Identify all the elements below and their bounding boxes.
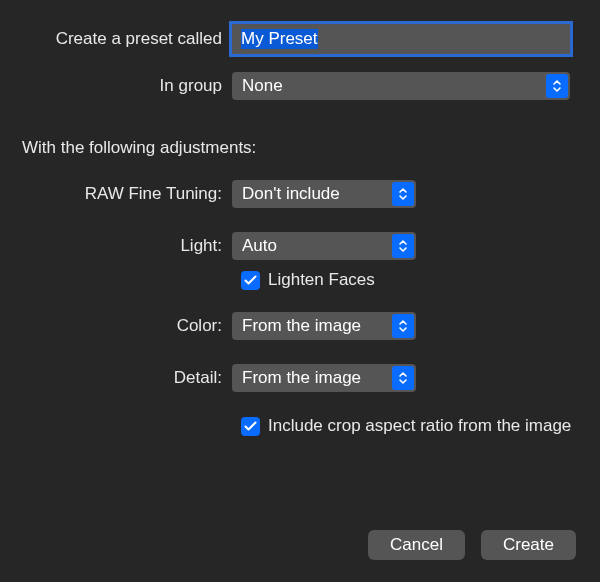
raw-fine-tuning-select[interactable]: Don't include [232, 180, 416, 208]
chevron-up-down-icon [546, 74, 568, 98]
lighten-faces-label: Lighten Faces [268, 270, 375, 290]
chevron-up-down-icon [392, 366, 414, 390]
create-button[interactable]: Create [481, 530, 576, 560]
light-label: Light: [22, 236, 232, 256]
color-value: From the image [242, 316, 361, 336]
preset-name-label: Create a preset called [22, 29, 232, 49]
adjustments-heading: With the following adjustments: [22, 138, 578, 158]
detail-select[interactable]: From the image [232, 364, 416, 392]
color-select[interactable]: From the image [232, 312, 416, 340]
cancel-button[interactable]: Cancel [368, 530, 465, 560]
light-select[interactable]: Auto [232, 232, 416, 260]
chevron-up-down-icon [392, 314, 414, 338]
group-select[interactable]: None [232, 72, 570, 100]
detail-value: From the image [242, 368, 361, 388]
checkmark-icon [244, 421, 257, 432]
raw-fine-tuning-label: RAW Fine Tuning: [22, 184, 232, 204]
chevron-up-down-icon [392, 234, 414, 258]
color-label: Color: [22, 316, 232, 336]
include-crop-label: Include crop aspect ratio from the image [268, 416, 571, 436]
chevron-up-down-icon [392, 182, 414, 206]
preset-name-field[interactable] [232, 24, 570, 54]
light-value: Auto [242, 236, 277, 256]
group-label: In group [22, 76, 232, 96]
lighten-faces-checkbox[interactable] [241, 271, 260, 290]
include-crop-checkbox[interactable] [241, 417, 260, 436]
checkmark-icon [244, 275, 257, 286]
detail-label: Detail: [22, 368, 232, 388]
raw-fine-tuning-value: Don't include [242, 184, 340, 204]
group-select-value: None [242, 76, 283, 96]
